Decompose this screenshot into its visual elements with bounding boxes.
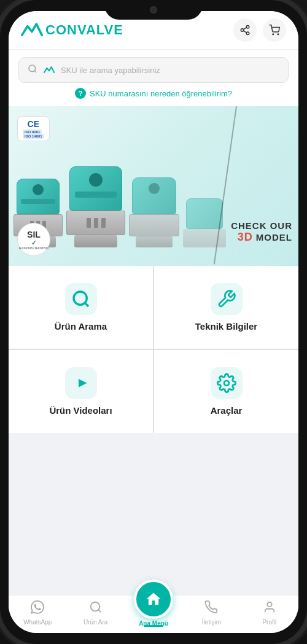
nav-label-product-search: Ürün Ara bbox=[84, 619, 107, 626]
svg-line-3 bbox=[243, 31, 246, 33]
search-bar[interactable]: SKU ile arama yapabilirsiniz bbox=[18, 57, 289, 83]
banner: CE ISO 9001 ISO 14001 bbox=[9, 106, 298, 266]
share-icon bbox=[239, 25, 251, 36]
grid-item-tools[interactable]: Araçlar bbox=[154, 350, 298, 433]
grid-label-technical: Teknik Bilgiler bbox=[195, 321, 257, 332]
svg-point-14 bbox=[90, 602, 99, 611]
svg-line-15 bbox=[98, 610, 101, 612]
nav-label-whatsapp: WhatsApp bbox=[23, 619, 52, 626]
bottom-nav: WhatsApp Ürün Ara Ana Menü bbox=[9, 595, 298, 633]
grid-menu: Ürün Arama Teknik Bilgiler bbox=[9, 266, 298, 433]
nav-user-icon bbox=[263, 600, 276, 617]
ce-mark: CE bbox=[28, 119, 39, 129]
grid-label-tools: Araçlar bbox=[211, 405, 243, 416]
nav-item-home[interactable]: Ana Menü bbox=[125, 580, 182, 627]
model-word: MODEL bbox=[256, 232, 292, 242]
actuator-3 bbox=[129, 177, 179, 247]
actuator-2 bbox=[66, 166, 125, 247]
notch bbox=[104, 0, 203, 20]
nav-item-contact[interactable]: İletişim bbox=[182, 596, 240, 628]
svg-point-9 bbox=[74, 292, 87, 305]
logo-text: CONVALVE bbox=[45, 22, 123, 38]
model-text: 3D MODEL bbox=[231, 231, 292, 244]
svg-point-13 bbox=[224, 381, 229, 386]
phone-screen: CONVALVE bbox=[9, 11, 298, 633]
cart-button[interactable] bbox=[263, 18, 286, 42]
search-icon bbox=[28, 64, 37, 76]
logo: CONVALVE bbox=[21, 21, 123, 39]
whatsapp-icon bbox=[31, 600, 44, 617]
nav-item-profile[interactable]: Profil bbox=[241, 596, 298, 628]
nav-phone-icon bbox=[204, 600, 218, 617]
check-our-text: CHECK OUR bbox=[231, 220, 292, 231]
search-logo-small bbox=[44, 66, 55, 74]
svg-point-2 bbox=[246, 32, 249, 35]
svg-point-1 bbox=[241, 29, 244, 32]
logo-icon bbox=[21, 21, 43, 39]
search-section: SKU ile arama yapabilirsiniz ? SKU numar… bbox=[9, 50, 298, 106]
svg-point-7 bbox=[29, 65, 36, 72]
sku-hint[interactable]: ? SKU numarasını nereden öğrenebilirim? bbox=[18, 83, 289, 101]
nav-active-indicator bbox=[144, 625, 163, 627]
nav-label-profile: Profil bbox=[262, 619, 276, 626]
share-button[interactable] bbox=[233, 18, 257, 42]
svg-line-8 bbox=[34, 71, 36, 72]
grid-item-product-search[interactable]: Ürün Arama bbox=[9, 266, 153, 349]
sil-badge: SIL ✓ IEC61508 / IEC61511 bbox=[17, 223, 50, 256]
nav-item-product-search[interactable]: Ürün Ara bbox=[66, 596, 124, 628]
svg-point-5 bbox=[273, 34, 274, 35]
sku-hint-text: SKU numarasını nereden öğrenebilirim? bbox=[90, 89, 232, 98]
svg-point-16 bbox=[267, 602, 271, 607]
search-placeholder: SKU ile arama yapabilirsiniz bbox=[61, 66, 160, 75]
grid-item-technical[interactable]: Teknik Bilgiler bbox=[154, 266, 298, 349]
3d-text: 3D bbox=[238, 231, 253, 243]
grid-label-product-search: Ürün Arama bbox=[55, 321, 107, 332]
grid-label-videos: Ürün Videoları bbox=[49, 405, 112, 416]
nav-search-icon bbox=[89, 600, 103, 617]
cart-icon bbox=[269, 25, 280, 36]
svg-line-10 bbox=[85, 303, 88, 306]
phone-frame: CONVALVE bbox=[0, 0, 307, 644]
grid-icon-gear bbox=[211, 367, 243, 399]
camera-dot bbox=[150, 6, 157, 14]
svg-point-0 bbox=[246, 26, 249, 29]
nav-label-contact: İletişim bbox=[202, 619, 221, 626]
header-actions bbox=[233, 18, 286, 42]
svg-point-6 bbox=[278, 34, 279, 35]
home-bubble bbox=[134, 580, 173, 619]
grid-item-videos[interactable]: Ürün Videoları bbox=[9, 350, 153, 433]
sku-help-icon: ? bbox=[75, 88, 86, 99]
nav-item-whatsapp[interactable]: WhatsApp bbox=[9, 596, 66, 628]
grid-icon-search bbox=[65, 283, 97, 315]
main-content: CE ISO 9001 ISO 14001 bbox=[9, 106, 298, 595]
svg-line-4 bbox=[243, 28, 246, 29]
grid-icon-play bbox=[65, 367, 97, 399]
grid-icon-wrench bbox=[211, 283, 243, 315]
banner-text: CHECK OUR 3D MODEL bbox=[231, 220, 292, 244]
